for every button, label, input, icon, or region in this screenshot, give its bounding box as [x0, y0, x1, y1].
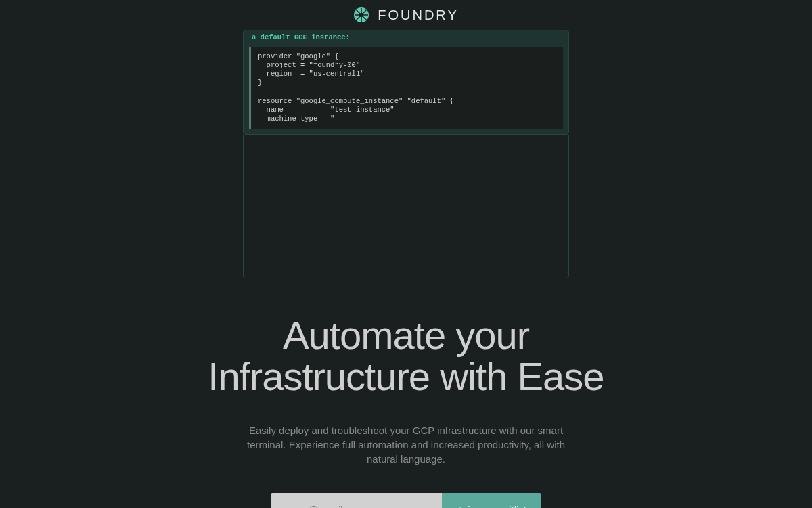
foundry-logo-icon [353, 7, 369, 23]
hero-subtitle: Easily deploy and troubleshoot your GCP … [233, 423, 579, 466]
waitlist-form: Join our waitlist [271, 493, 541, 508]
hero-title-line1: Automate your [283, 313, 529, 357]
join-waitlist-button[interactable]: Join our waitlist [442, 493, 541, 508]
hero-title-line2: Infrastructure with Ease [208, 354, 604, 398]
terminal-demo: a default GCE instance: provider "google… [243, 30, 569, 135]
code-block: provider "google" { project = "foundry-0… [249, 47, 563, 129]
hero-title: Automate your Infrastructure with Ease [0, 315, 812, 398]
terminal-output-area [243, 135, 569, 278]
email-input[interactable] [271, 493, 442, 508]
code-content: provider "google" { project = "foundry-0… [258, 52, 556, 123]
header: FOUNDRY [0, 0, 812, 30]
hero-section: Automate your Infrastructure with Ease E… [0, 315, 812, 466]
terminal-prompt-section: a default GCE instance: [244, 30, 568, 47]
terminal-prompt-text: a default GCE instance: [252, 33, 560, 41]
brand-name: FOUNDRY [378, 7, 459, 23]
